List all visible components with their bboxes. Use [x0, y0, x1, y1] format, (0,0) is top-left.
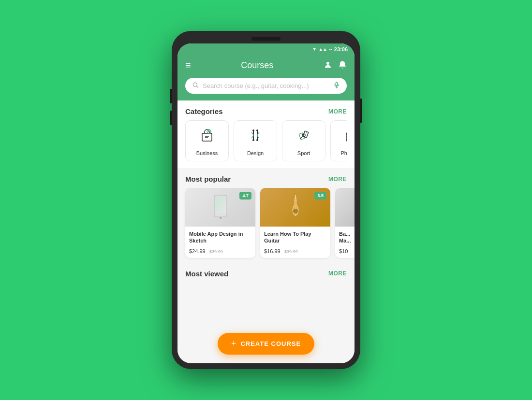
header-right-icons	[324, 60, 347, 71]
battery-icon: ▪▪	[329, 47, 332, 52]
svg-point-1	[193, 83, 197, 86]
background: ▼ ▲▲ ▪▪ 23:06 ≡ Courses	[0, 0, 532, 400]
course-price-1: $24.99	[189, 248, 206, 254]
course-thumb-3	[335, 188, 355, 227]
profile-icon[interactable]	[324, 60, 332, 71]
phone-frame: ▼ ▲▲ ▪▪ 23:06 ≡ Courses	[172, 31, 360, 369]
photography-icon	[343, 127, 347, 146]
phone-notch	[251, 37, 281, 41]
phone-screen: ▼ ▲▲ ▪▪ 23:06 ≡ Courses	[177, 43, 355, 363]
fab-label: CREATE COURSE	[240, 340, 301, 347]
course-title-2: Learn How To Play Guitar	[264, 230, 326, 244]
svg-rect-23	[215, 198, 226, 213]
course-price-2: $16.99	[264, 248, 281, 254]
svg-point-12	[252, 139, 254, 141]
course-thumb-1: 4.7	[185, 188, 255, 227]
svg-point-10	[252, 129, 254, 131]
category-photography[interactable]: Photogr...	[330, 120, 347, 161]
most-viewed-section: Most viewed MORE	[177, 265, 355, 281]
sport-label: Sport	[297, 150, 310, 156]
search-icon	[192, 82, 199, 90]
course-pricing-1: $24.99 $39.99	[189, 246, 251, 255]
phone-side-power	[360, 99, 362, 123]
svg-rect-4	[202, 133, 212, 141]
rating-badge-2: 3.5	[314, 192, 326, 200]
course-guitar[interactable]: 3.5 Learn How To Play Guitar $16.99 $39.…	[260, 188, 330, 258]
course-pricing-2: $16.99 $39.99	[264, 246, 326, 255]
categories-section: Categories MORE	[177, 100, 355, 168]
svg-rect-17	[346, 133, 347, 141]
categories-title: Categories	[185, 107, 223, 115]
course-orig-price-2: $39.99	[284, 249, 298, 254]
svg-point-26	[293, 209, 298, 214]
menu-icon[interactable]: ≡	[185, 60, 191, 71]
svg-point-11	[256, 129, 258, 131]
course-title-1: Mobile App Design in Sketch	[189, 230, 251, 244]
most-popular-more[interactable]: MORE	[328, 176, 347, 183]
course-price-3: $10	[339, 248, 348, 254]
svg-line-2	[197, 86, 198, 88]
course-title-3: Ba... Ma...	[339, 230, 355, 244]
svg-point-0	[326, 62, 329, 65]
signal-icon: ▲▲	[319, 47, 327, 52]
svg-point-24	[220, 217, 222, 219]
most-popular-header: Most popular MORE	[177, 168, 355, 188]
course-thumb-2: 3.5	[260, 188, 330, 227]
header-title: Courses	[191, 60, 324, 71]
most-popular-title: Most popular	[185, 175, 231, 183]
search-container: Search course (e.g., guitar, cooking...)	[177, 78, 355, 100]
status-bar: ▼ ▲▲ ▪▪ 23:06	[177, 43, 355, 55]
category-design[interactable]: Design	[234, 120, 277, 161]
course-info-2: Learn How To Play Guitar $16.99 $39.99	[260, 227, 330, 258]
categories-row: Business	[185, 120, 347, 161]
category-sport[interactable]: Sport	[282, 120, 325, 161]
design-label: Design	[247, 150, 264, 156]
most-viewed-header: Most viewed MORE	[177, 265, 355, 281]
status-bar-icons: ▼ ▲▲ ▪▪ 23:06	[312, 46, 348, 52]
content-area: Categories MORE	[177, 100, 355, 363]
categories-header: Categories MORE	[177, 100, 355, 120]
status-time: 23:06	[334, 46, 348, 52]
categories-more[interactable]: MORE	[328, 108, 347, 115]
photography-label: Photogr...	[340, 150, 347, 156]
business-label: Business	[196, 150, 218, 156]
course-third[interactable]: Ba... Ma... $10	[335, 188, 355, 258]
rating-badge-1: 4.7	[239, 192, 251, 200]
search-placeholder: Search course (e.g., guitar, cooking...)	[203, 82, 329, 89]
wifi-icon: ▼	[312, 47, 317, 52]
business-icon	[198, 127, 216, 146]
course-info-3: Ba... Ma... $10	[335, 227, 355, 258]
courses-row: 4.7 Mobile App Design in Sketch $24.99 $…	[177, 188, 355, 265]
phone-side-vol1	[170, 89, 172, 103]
svg-rect-3	[336, 82, 338, 86]
search-bar[interactable]: Search course (e.g., guitar, cooking...)	[185, 78, 347, 94]
course-orig-price-1: $39.99	[209, 249, 223, 254]
phone-side-vol2	[170, 111, 172, 125]
design-icon	[247, 127, 264, 146]
notification-icon[interactable]	[338, 60, 347, 71]
most-popular-section: Most popular MORE	[177, 168, 355, 265]
most-viewed-title: Most viewed	[185, 270, 228, 278]
category-business[interactable]: Business	[185, 120, 229, 161]
svg-point-13	[256, 139, 258, 141]
sport-icon	[295, 127, 312, 146]
fab-container: + CREATE COURSE	[218, 333, 314, 355]
course-info-1: Mobile App Design in Sketch $24.99 $39.9…	[185, 227, 255, 258]
categories-list: Business	[177, 120, 355, 168]
mic-icon[interactable]	[333, 82, 340, 90]
fab-plus-icon: +	[231, 339, 237, 349]
course-mobile-app[interactable]: 4.7 Mobile App Design in Sketch $24.99 $…	[185, 188, 255, 258]
create-course-button[interactable]: + CREATE COURSE	[218, 333, 314, 355]
most-viewed-more[interactable]: MORE	[328, 270, 347, 277]
app-header: ≡ Courses	[177, 55, 355, 78]
